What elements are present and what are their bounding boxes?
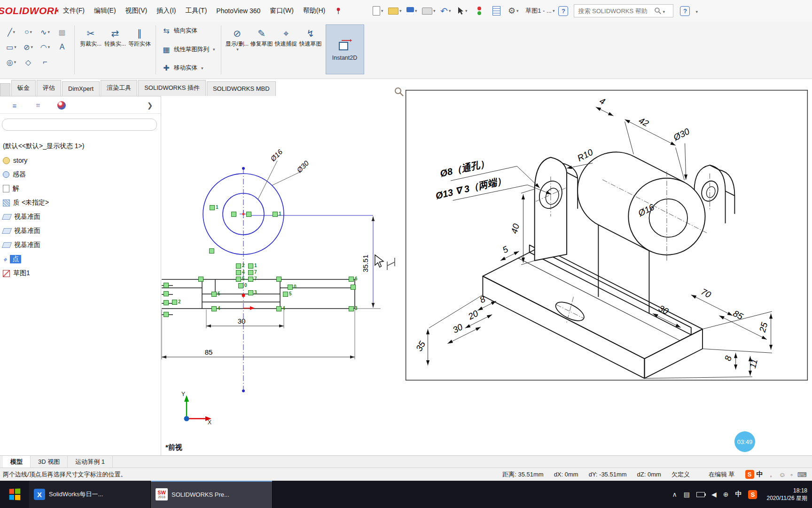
menu-tools[interactable]: 工具(T): [180, 4, 211, 18]
ime-mode-indicator[interactable]: 中: [757, 470, 763, 479]
sketch-relation-marker[interactable]: [164, 312, 169, 317]
save-button[interactable]: [405, 4, 419, 18]
dimension-text[interactable]: 30: [238, 317, 246, 325]
selected-point[interactable]: [242, 294, 245, 297]
network-icon[interactable]: ⊕: [723, 491, 729, 498]
print-button[interactable]: [422, 4, 436, 18]
sketch-relation-marker[interactable]: [164, 291, 169, 296]
sketch-endpoint[interactable]: [242, 389, 245, 392]
tree-item-sensors[interactable]: 感器: [0, 167, 161, 182]
tree-item-configuration[interactable]: (默认<<默认>_显示状态 1>): [0, 139, 161, 153]
pin-icon[interactable]: [331, 4, 345, 18]
sketch-relation-marker[interactable]: [164, 283, 169, 288]
sketch-relation-marker[interactable]: 4: [276, 306, 281, 311]
tab-sheet-metal[interactable]: 钣金: [11, 80, 36, 96]
sketch-relation-marker[interactable]: [231, 212, 236, 217]
sketch-relation-marker[interactable]: 7: [248, 277, 253, 282]
tab-evaluate[interactable]: 评估: [37, 80, 61, 96]
rectangle-tool[interactable]: ▭: [3, 40, 20, 55]
rebuild-traffic-light-icon[interactable]: [472, 4, 486, 18]
linear-sketch-pattern-button[interactable]: ▦线性草图阵列: [160, 44, 217, 55]
dimension-text[interactable]: Ø30: [295, 159, 310, 175]
sketch-relation-marker[interactable]: 3: [349, 306, 354, 311]
taskbar-clock[interactable]: 18:18 2020/11/26 星期: [766, 487, 807, 502]
spline-tool[interactable]: ∿: [37, 24, 54, 40]
sketch-relation-marker[interactable]: 0: [238, 283, 243, 288]
tab-addins[interactable]: SOLIDWORKS 插件: [138, 80, 206, 96]
convert-entities-button[interactable]: ⇄ 转换实...: [103, 24, 127, 47]
instant2d-button[interactable]: Instant2D: [326, 24, 364, 74]
sketch-relation-marker[interactable]: 6: [349, 277, 354, 282]
ime-punctuation-icon[interactable]: ，: [768, 470, 774, 479]
ime-emoji-icon[interactable]: ☺: [779, 471, 786, 478]
tab-motion-study[interactable]: 运动算例 1: [68, 456, 113, 468]
sketch-relation-marker[interactable]: 1: [210, 205, 215, 210]
undo-button[interactable]: ↶: [438, 4, 453, 18]
sketch-relation-marker[interactable]: 5: [236, 277, 241, 282]
sketch-relation-marker[interactable]: 5: [283, 292, 288, 297]
tab-stub[interactable]: [0, 83, 10, 96]
circle-tool[interactable]: ○: [20, 24, 37, 40]
rapid-sketch-button[interactable]: ↯ 快速草图: [298, 24, 323, 47]
tree-filter-input[interactable]: [2, 119, 157, 131]
start-button[interactable]: [0, 481, 29, 508]
tree-item-front-plane[interactable]: 视基准面: [0, 210, 161, 224]
sketch-relation-marker[interactable]: 1: [248, 263, 253, 269]
arc-tool[interactable]: ◠: [37, 40, 54, 55]
panel-expand-chevron[interactable]: ❯: [145, 100, 155, 111]
tab-render-tools[interactable]: 渲染工具: [101, 80, 137, 96]
display-delete-relations-button[interactable]: ⊘ 显示/删...: [225, 24, 250, 52]
sketch-relation-marker[interactable]: 7: [248, 270, 253, 275]
sketch-relation-marker[interactable]: 1: [273, 212, 278, 217]
quick-snaps-button[interactable]: ⌖ 快速捕捉: [274, 24, 298, 47]
tray-grid-icon[interactable]: ▤: [684, 491, 690, 498]
help-button[interactable]: ?: [558, 6, 568, 16]
polygon-tool[interactable]: ◇: [20, 55, 37, 70]
battery-icon[interactable]: [696, 492, 705, 497]
tab-model[interactable]: 模型: [3, 456, 31, 468]
menu-help[interactable]: 帮助(H): [298, 4, 330, 18]
sketch-relation-marker[interactable]: [276, 277, 281, 282]
tree-item-material[interactable]: 质 <未指定>: [0, 196, 161, 210]
tab-dimxpert[interactable]: DimXpert: [62, 81, 100, 96]
fillet-tool[interactable]: ⌐: [37, 55, 54, 70]
sketch-relation-marker[interactable]: 4: [236, 270, 241, 275]
tab-mbd[interactable]: SOLIDWORKS MBD: [207, 81, 276, 96]
sogou-ime-icon[interactable]: S: [745, 470, 754, 479]
offset-entities-button[interactable]: ∥ 等距实体: [127, 24, 152, 47]
ime-indicator[interactable]: 中: [735, 490, 742, 499]
tree-item-top-plane[interactable]: 视基准面: [0, 224, 161, 238]
search-scope-dropdown[interactable]: [662, 7, 665, 15]
tray-expand-icon[interactable]: ∧: [672, 491, 677, 498]
property-manager-tab[interactable]: ⌗: [33, 100, 43, 111]
sketch-relation-marker[interactable]: 3: [248, 290, 253, 295]
ime-keyboard-icon[interactable]: ⌨: [797, 471, 807, 478]
menu-file[interactable]: 文件(F): [58, 4, 89, 18]
menu-window[interactable]: 窗口(W): [265, 4, 298, 18]
trim-entities-button[interactable]: ✂ 剪裁实...: [78, 24, 103, 47]
sketch-relation-marker[interactable]: [164, 300, 169, 305]
report-options-button[interactable]: [489, 4, 503, 18]
select-button[interactable]: [455, 4, 469, 18]
new-document-button[interactable]: [371, 4, 385, 18]
volume-icon[interactable]: ◀: [711, 491, 717, 498]
options-gear-button[interactable]: ⚙: [506, 4, 520, 18]
search-input[interactable]: [577, 7, 654, 15]
help-button-2[interactable]: ?: [680, 6, 690, 16]
menu-insert[interactable]: 插入(I): [152, 4, 180, 18]
tab-3d-views[interactable]: 3D 视图: [31, 456, 68, 468]
display-manager-tab[interactable]: [56, 100, 67, 111]
sketch-relation-marker[interactable]: [198, 277, 203, 282]
move-entities-button[interactable]: ✚移动实体: [160, 63, 217, 73]
magnifier-icon[interactable]: [394, 87, 404, 99]
sketch-area[interactable]: Ø16 Ø30 35.51 30 85: [161, 98, 424, 456]
tree-item-history[interactable]: story: [0, 153, 161, 167]
sketch-relation-marker[interactable]: 4: [211, 306, 217, 311]
search-icon[interactable]: [654, 7, 662, 15]
slot-tool[interactable]: ◎: [3, 55, 20, 70]
tree-item-annotations[interactable]: 解: [0, 182, 161, 196]
sketch-relation-marker[interactable]: [209, 248, 214, 254]
tree-item-origin[interactable]: ⌖点: [0, 252, 161, 266]
sketch-relation-marker[interactable]: [351, 285, 356, 290]
dimension-text-active[interactable]: 35.51: [361, 254, 369, 272]
